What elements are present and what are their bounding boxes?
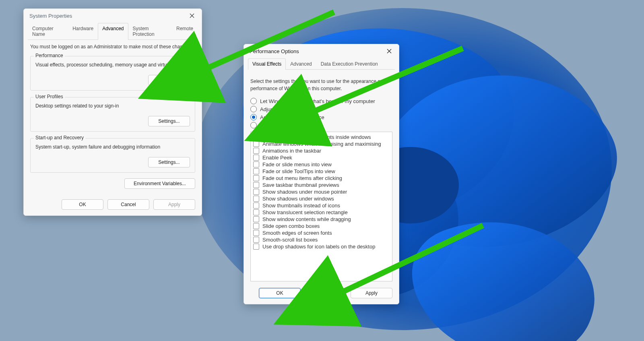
checkbox-icon <box>253 155 259 161</box>
radio-option[interactable]: Let Windows choose what's best for my co… <box>250 98 392 104</box>
checkbox-option[interactable]: Fade or slide menus into view <box>253 161 390 168</box>
checkbox-icon <box>253 189 259 195</box>
checkbox-option[interactable]: Show translucent selection rectangle <box>253 209 390 216</box>
checkbox-label: Fade or slide menus into view <box>262 161 332 167</box>
checkbox-icon <box>253 134 259 140</box>
group-performance-legend: Performance <box>34 53 65 58</box>
checkbox-option[interactable]: Show shadows under windows <box>253 195 390 202</box>
visual-effects-list[interactable]: Animate controls and elements inside win… <box>250 132 392 281</box>
checkbox-icon <box>253 168 259 174</box>
startup-recovery-settings-button[interactable]: Settings... <box>148 157 190 167</box>
radio-icon <box>250 122 257 128</box>
checkbox-label: Save taskbar thumbnail previews <box>262 182 339 188</box>
checkbox-icon <box>253 230 259 236</box>
checkbox-label: Enable Peek <box>262 155 292 161</box>
checkbox-icon <box>253 223 259 229</box>
checkbox-icon <box>253 175 259 181</box>
user-profiles-settings-button[interactable]: Settings... <box>148 116 190 126</box>
radio-icon <box>250 114 257 120</box>
checkbox-label: Fade out menu items after clicking <box>262 175 342 181</box>
radio-option[interactable]: Adjust for best performance <box>250 114 392 120</box>
checkbox-option[interactable]: Enable Peek <box>253 154 390 161</box>
group-user-profiles-desc: Desktop settings related to your sign-in <box>35 103 190 109</box>
checkbox-option[interactable]: Smooth-scroll list boxes <box>253 236 390 243</box>
checkbox-label: Show shadows under mouse pointer <box>262 189 347 195</box>
radio-option[interactable]: Custom: <box>250 122 392 128</box>
group-user-profiles-legend: User Profiles <box>34 94 65 99</box>
perfopt-apply-button[interactable]: Apply <box>351 288 392 298</box>
checkbox-label: Animate windows when minimising and maxi… <box>262 141 381 147</box>
system-properties-titlebar[interactable]: System Properties <box>24 9 202 23</box>
checkbox-label: Use drop shadows for icon labels on the … <box>262 244 375 250</box>
tab-system-protection[interactable]: System Protection <box>128 23 172 40</box>
performance-options-tabs: Visual Effects Advanced Data Execution P… <box>248 58 395 70</box>
environment-variables-button[interactable]: Environment Variables... <box>124 178 195 189</box>
tab-advanced[interactable]: Advanced <box>98 23 128 40</box>
checkbox-icon <box>253 182 259 188</box>
checkbox-label: Fade or slide ToolTips into view <box>262 168 335 174</box>
checkbox-option[interactable]: Show window contents while dragging <box>253 216 390 223</box>
group-startup-recovery: Start-up and Recovery System start-up, s… <box>30 138 195 173</box>
checkbox-icon <box>253 209 259 215</box>
group-performance: Performance Visual effects, processor sc… <box>30 56 195 91</box>
close-icon[interactable] <box>384 45 395 57</box>
tab-remote[interactable]: Remote <box>172 23 198 40</box>
sysprops-apply-button[interactable]: Apply <box>153 199 195 210</box>
radio-label: Adjust for best appearance <box>260 106 322 112</box>
checkbox-label: Show shadows under windows <box>262 196 334 202</box>
group-user-profiles: User Profiles Desktop settings related t… <box>30 97 195 132</box>
close-icon[interactable] <box>186 10 198 21</box>
performance-settings-button[interactable]: Settings... <box>148 75 190 85</box>
checkbox-icon <box>253 148 259 154</box>
checkbox-label: Animate controls and elements inside win… <box>262 134 371 140</box>
checkbox-icon <box>253 196 259 202</box>
perfopt-cancel-button[interactable]: Cancel <box>305 288 347 298</box>
checkbox-option[interactable]: Slide open combo boxes <box>253 223 390 229</box>
tab-advanced[interactable]: Advanced <box>286 58 316 70</box>
checkbox-icon <box>253 161 259 167</box>
performance-options-title: Performance Options <box>250 48 299 54</box>
radio-icon <box>250 98 257 104</box>
performance-options-window: Performance Options Visual Effects Advan… <box>244 44 399 304</box>
system-properties-window: System Properties Computer Name Hardware… <box>23 8 202 216</box>
checkbox-label: Show window contents while dragging <box>262 216 351 222</box>
performance-options-instructions: Select the settings that you want to use… <box>250 78 392 92</box>
sysprops-ok-button[interactable]: OK <box>62 199 103 210</box>
radio-label: Adjust for best performance <box>260 114 324 120</box>
checkbox-option[interactable]: Animate controls and elements inside win… <box>253 134 390 141</box>
checkbox-label: Animations in the taskbar <box>262 148 321 154</box>
checkbox-option[interactable]: Save taskbar thumbnail previews <box>253 182 390 188</box>
radio-label: Custom: <box>260 122 279 128</box>
radio-icon <box>250 106 257 112</box>
radio-label: Let Windows choose what's best for my co… <box>260 98 375 104</box>
checkbox-option[interactable]: Fade out menu items after clicking <box>253 175 390 182</box>
system-properties-tabs: Computer Name Hardware Advanced System P… <box>28 23 198 40</box>
checkbox-option[interactable]: Animate windows when minimising and maxi… <box>253 141 390 147</box>
checkbox-icon <box>253 141 259 147</box>
tab-visual-effects[interactable]: Visual Effects <box>248 58 286 70</box>
checkbox-label: Show thumbnails instead of icons <box>262 203 340 209</box>
admin-notice: You must be logged on as an Administrato… <box>30 44 195 50</box>
sysprops-cancel-button[interactable]: Cancel <box>107 199 149 210</box>
checkbox-option[interactable]: Fade or slide ToolTips into view <box>253 168 390 175</box>
checkbox-option[interactable]: Smooth edges of screen fonts <box>253 229 390 236</box>
checkbox-option[interactable]: Animations in the taskbar <box>253 147 390 154</box>
checkbox-option[interactable]: Use drop shadows for icon labels on the … <box>253 243 390 250</box>
tab-hardware[interactable]: Hardware <box>68 23 98 40</box>
tab-dep[interactable]: Data Execution Prevention <box>316 58 382 70</box>
checkbox-label: Smooth-scroll list boxes <box>262 237 318 243</box>
radio-option[interactable]: Adjust for best appearance <box>250 106 392 112</box>
checkbox-icon <box>253 237 259 243</box>
performance-options-footer: OK Cancel Apply <box>244 283 399 304</box>
perfopt-ok-button[interactable]: OK <box>259 288 301 298</box>
group-startup-recovery-desc: System start-up, system failure and debu… <box>35 144 190 150</box>
checkbox-option[interactable]: Show thumbnails instead of icons <box>253 202 390 209</box>
system-properties-footer: OK Cancel Apply <box>24 194 202 215</box>
checkbox-label: Smooth edges of screen fonts <box>262 230 332 236</box>
checkbox-label: Show translucent selection rectangle <box>262 209 348 215</box>
checkbox-option[interactable]: Show shadows under mouse pointer <box>253 188 390 195</box>
tab-computer-name[interactable]: Computer Name <box>28 23 68 40</box>
performance-options-titlebar[interactable]: Performance Options <box>244 44 399 58</box>
system-properties-title: System Properties <box>29 13 72 19</box>
checkbox-icon <box>253 216 259 222</box>
